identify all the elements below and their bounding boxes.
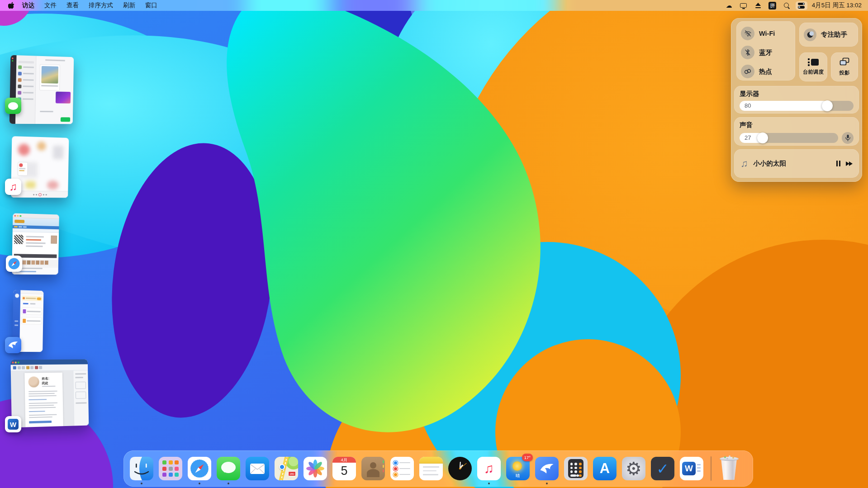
display-icon[interactable] — [738, 1, 749, 10]
dock-mail[interactable] — [246, 457, 269, 480]
sound-card: 声音 27 — [734, 117, 859, 146]
stage-manager-card[interactable]: 台前调度 — [799, 52, 827, 81]
dock-calendar[interactable]: 4月 5 — [332, 457, 356, 480]
xunlei-badge-icon[interactable] — [5, 337, 21, 353]
dock-separator — [711, 456, 711, 481]
window-thumbnail-word[interactable]: 姓名: 此处 — [10, 359, 89, 427]
sound-slider-thumb[interactable] — [757, 133, 768, 143]
todo-check-icon: ✓ — [656, 460, 669, 478]
mirroring-icon — [840, 57, 849, 67]
display-slider[interactable]: 80 — [740, 101, 854, 111]
display-card: 显示器 80 — [734, 86, 859, 114]
weather-condition: 晴 — [506, 473, 530, 479]
eject-icon[interactable] — [752, 1, 764, 10]
sound-value: 27 — [745, 134, 751, 141]
xunlei-bird-icon — [539, 462, 555, 476]
skip-forward-button[interactable] — [846, 161, 853, 166]
menu-window[interactable]: 窗口 — [140, 0, 162, 11]
trash-icon — [721, 459, 738, 480]
word-doc-name: 姓名: — [42, 376, 49, 381]
dock-todo[interactable]: ✓ — [651, 457, 674, 480]
dock-weather[interactable]: 晴 17° — [506, 457, 530, 480]
running-indicator — [488, 483, 490, 484]
input-method-icon[interactable]: 拼 — [767, 1, 778, 10]
focus-label: 专注助手 — [821, 30, 847, 39]
finder-icon — [130, 457, 153, 480]
menu-sort[interactable]: 排序方式 — [84, 0, 118, 11]
music-icon: ♫ — [484, 461, 494, 476]
dock-trash[interactable] — [719, 455, 740, 481]
music-badge-icon[interactable]: ♫ — [5, 179, 21, 195]
dock-contacts[interactable] — [361, 457, 385, 480]
word-icon: W — [682, 462, 696, 475]
menu-finder[interactable]: 访达 — [17, 0, 39, 11]
pause-button[interactable] — [836, 161, 840, 166]
hotspot-icon — [741, 65, 754, 78]
safari-badge-icon[interactable] — [6, 256, 22, 272]
weather-badge: 17° — [522, 454, 533, 461]
wifi-toggle[interactable]: Wi-Fi — [741, 27, 791, 40]
hotspot-label: 热点 — [759, 67, 772, 76]
running-indicator — [228, 483, 229, 484]
dock-calculator[interactable] — [564, 457, 588, 480]
dock-reminders[interactable] — [390, 457, 414, 480]
notes-icon — [419, 457, 443, 464]
dock-settings[interactable]: ⚙ — [622, 457, 645, 480]
dock-launchpad[interactable] — [159, 457, 182, 480]
running-indicator — [141, 483, 142, 484]
dock-notes[interactable] — [419, 457, 443, 480]
apple-icon — [8, 2, 14, 9]
mirroring-label: 投影 — [840, 70, 850, 76]
dock-messages[interactable] — [217, 457, 240, 480]
sound-label: 声音 — [740, 121, 854, 129]
focus-card[interactable]: 专注助手 — [799, 23, 858, 47]
dock-photos[interactable] — [304, 457, 327, 480]
contacts-icon — [370, 462, 376, 469]
app-store-icon: A — [600, 460, 610, 477]
apple-menu[interactable] — [5, 2, 17, 9]
wifi-off-icon — [741, 27, 754, 40]
word-doc-place: 此处 — [42, 381, 48, 385]
sound-slider[interactable]: 27 — [740, 133, 838, 143]
display-value: 80 — [745, 102, 751, 109]
menu-bar: 访达 文件 查看 排序方式 刷新 窗口 ☁ 拼 4月5日 周五 13:02 — [0, 0, 868, 11]
cloud-icon[interactable]: ☁ — [723, 1, 735, 10]
dock-clock[interactable] — [448, 457, 472, 480]
mirroring-card[interactable]: 投影 — [831, 52, 858, 81]
dock-xunlei[interactable] — [535, 457, 559, 480]
menu-bar-status: ☁ 拼 4月5日 周五 13:02 — [723, 1, 868, 10]
maps-shield: 280 — [288, 471, 296, 476]
dock-safari[interactable] — [188, 457, 211, 480]
dock-finder[interactable] — [130, 457, 153, 480]
now-playing-card: ♫ 小小的太阳 — [734, 149, 859, 178]
stage-manager-icon — [808, 58, 819, 66]
bluetooth-toggle[interactable]: 蓝牙 — [741, 46, 791, 59]
menu-file[interactable]: 文件 — [39, 0, 62, 11]
hotspot-toggle[interactable]: 热点 — [741, 65, 791, 78]
messages-icon — [221, 462, 236, 473]
running-indicator — [546, 483, 548, 484]
bluetooth-label: 蓝牙 — [759, 48, 772, 57]
control-center-icon[interactable] — [796, 1, 807, 10]
window-thumbnail-messages[interactable] — [9, 55, 74, 124]
menu-bar-left: 访达 文件 查看 排序方式 刷新 窗口 — [0, 0, 162, 11]
dock-maps[interactable]: 280 — [275, 457, 298, 480]
stage-manager-label: 台前调度 — [803, 69, 824, 76]
menu-bar-clock[interactable]: 4月5日 周五 13:02 — [810, 1, 863, 9]
messages-badge-icon[interactable] — [5, 98, 21, 114]
dock-music[interactable]: ♫ — [477, 457, 501, 480]
menu-refresh[interactable]: 刷新 — [118, 0, 140, 11]
wifi-label: Wi-Fi — [759, 30, 775, 37]
dock-app-store[interactable]: A — [593, 457, 617, 480]
dock-word[interactable]: W — [680, 457, 703, 480]
control-center-panel: Wi-Fi 蓝牙 热点 专注助手 — [731, 18, 862, 182]
display-slider-thumb[interactable] — [822, 100, 833, 111]
calculator-icon — [568, 459, 583, 478]
microphone-icon[interactable] — [842, 132, 854, 144]
word-badge-icon[interactable]: W — [5, 416, 21, 432]
bluetooth-off-icon — [741, 46, 754, 59]
menu-view[interactable]: 查看 — [62, 0, 84, 11]
search-icon[interactable] — [781, 1, 793, 10]
gear-icon: ⚙ — [626, 460, 642, 478]
desktop: { "menubar": { "menus": ["访达", "文件", "查看… — [0, 0, 868, 488]
